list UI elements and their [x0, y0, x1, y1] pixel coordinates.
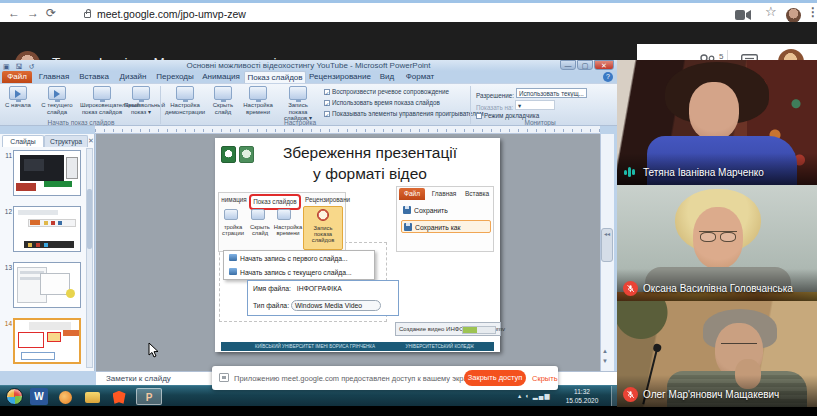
checkbox-presenter-mode[interactable]: Режим докладчика: [476, 112, 539, 119]
taskbar-media-player-icon[interactable]: [56, 388, 74, 405]
tab-format[interactable]: Формат: [400, 71, 440, 83]
participant-tile-3[interactable]: Олег Мар'янович Мащакевич: [617, 301, 817, 416]
tab-home[interactable]: Главная: [34, 71, 74, 83]
resolution-dropdown[interactable]: Использовать текущ...: [516, 88, 587, 98]
custom-slideshow-button[interactable]: Произвольный показ ▾: [124, 86, 158, 115]
name-overlay: Тетяна Іванівна Марченко: [617, 153, 817, 185]
panel-scrollbar[interactable]: [86, 148, 93, 368]
tab-design[interactable]: Дизайн: [114, 71, 152, 83]
record-slideshow-button[interactable]: Запись показа слайдов ▾: [278, 86, 318, 122]
checkbox-use-timings[interactable]: ✓Использовать время показа слайдов: [324, 99, 440, 106]
slide-thumbnail-13[interactable]: [13, 262, 81, 308]
broadcast-slideshow-button[interactable]: Широковещательный показ слайдов: [80, 86, 124, 115]
from-beginning-button[interactable]: С начала: [2, 86, 34, 109]
screen-share-banner: Приложению meet.google.com предоставлен …: [212, 366, 558, 390]
university-logo: [221, 146, 236, 163]
play-from-start-icon: [9, 86, 27, 100]
thumb-number: 11: [2, 152, 12, 159]
taskbar-powerpoint-icon-active[interactable]: P: [136, 388, 162, 405]
checkbox-play-narration[interactable]: ✓Воспроизвести речевое сопровождение: [324, 88, 449, 95]
forward-icon[interactable]: →: [27, 7, 39, 19]
mini-record-highlight: Запись показа слайдов: [303, 206, 343, 250]
menu-item-record-current: Начать запись с текущего слайда...: [228, 266, 374, 280]
person-face: [689, 82, 739, 140]
tab-review[interactable]: Рецензирование: [306, 71, 374, 83]
tab-file[interactable]: Файл: [2, 71, 32, 83]
mini-record-icon: [317, 209, 329, 221]
checkbox-show-media-controls[interactable]: ✓Показывать элементы управления проигрыв…: [324, 110, 484, 117]
filetype-value: Windows Media Video: [291, 300, 381, 311]
ppt-titlebar: ▣ 🖫 ↺ Основні можливості відеохостингу Y…: [0, 60, 617, 71]
url-field[interactable]: meet.google.com/jpo-umvp-zew: [97, 8, 246, 20]
browser-menu-icon[interactable]: ⋮: [807, 6, 817, 18]
panel-close-icon[interactable]: ✕: [88, 137, 94, 145]
rehearse-timings-button[interactable]: Настройка времени: [240, 86, 276, 115]
mini-hide-icon: [251, 209, 265, 220]
quick-access-toolbar[interactable]: ▣ 🖫 ↺: [3, 61, 36, 71]
mini-label-hide: Скрыть слайд: [247, 224, 273, 236]
footer-college: УНІВЕРСИТЕТСЬКИЙ КОЛЕДЖ: [406, 342, 474, 351]
ribbon-separator: [160, 86, 161, 124]
reload-icon[interactable]: ⟳: [46, 7, 56, 19]
slide-thumbnail-11[interactable]: [13, 150, 81, 196]
mic-muted-icon: [623, 387, 638, 402]
next-slide-icon[interactable]: ▼: [602, 358, 608, 364]
mini-tab-animation: нимация: [220, 194, 248, 206]
hide-slide-button[interactable]: Скрыть слайд: [208, 86, 238, 115]
browser-profile-avatar[interactable]: [786, 8, 801, 23]
glasses: [721, 343, 757, 344]
setup-slideshow-button[interactable]: Настройка демонстрации: [164, 86, 206, 115]
slide-thumbnail-14-selected[interactable]: [13, 318, 81, 364]
close-button[interactable]: ✕: [594, 60, 614, 70]
taskbar-word-icon[interactable]: W: [30, 388, 48, 405]
tab-slideshow-active[interactable]: Показ слайдов: [244, 71, 306, 83]
slide-image-save-dialog: Имя файла: ІНФОГРАФІКА Тип файла: Window…: [247, 280, 399, 316]
taskbar-explorer-icon[interactable]: [82, 388, 102, 405]
thumb-number: 13: [2, 264, 12, 271]
camera-icon[interactable]: [735, 10, 751, 20]
panel-tab-slides[interactable]: Слайды: [2, 135, 44, 147]
from-current-slide-button[interactable]: С текущего слайда: [36, 86, 78, 115]
show-on-dropdown[interactable]: ▾: [515, 100, 555, 110]
slide-thumbnail-12[interactable]: [13, 206, 81, 252]
checkbox-icon: ✓: [324, 100, 330, 106]
slide-footer-bar: КИЇВСЬКИЙ УНІВЕРСИТЕТ ІМЕНІ БОРИСА ГРІНЧ…: [221, 342, 494, 351]
mini-insert-tab: Вставка: [461, 188, 493, 200]
mini-tab-review: Рецензировани: [305, 194, 345, 206]
thumb-number-selected: 14: [2, 320, 12, 327]
mic-muted-icon: [623, 281, 638, 296]
google-meet-window: ← → ⟳ meet.google.com/jpo-umvp-zew ☆ ⋮ Т…: [0, 0, 817, 416]
previous-slide-icon[interactable]: ▲: [602, 348, 608, 354]
menu-item-record-first: Начать запись с первого слайда...: [228, 252, 374, 266]
resolution-row: Разрешение: Использовать текущ...: [476, 88, 587, 99]
help-icon[interactable]: ?: [603, 72, 613, 82]
panel-tab-outline[interactable]: Структура: [44, 135, 88, 147]
tab-animation[interactable]: Анимация: [198, 71, 244, 83]
bookmark-star-icon[interactable]: ☆: [765, 6, 777, 18]
progress-fill: [463, 327, 477, 333]
slides-panel: Слайды Структура ✕ 11 12: [0, 134, 95, 371]
taskbar-brave-icon[interactable]: [110, 388, 128, 405]
timer-icon: [249, 86, 267, 100]
hide-banner-link[interactable]: Скрыть: [532, 374, 558, 383]
participant-tile-1[interactable]: Тетяна Іванівна Марченко: [617, 60, 817, 185]
taskbar-clock[interactable]: 11:32 15.05.2020: [556, 387, 608, 405]
collapse-panel-handle[interactable]: ◂◂: [601, 228, 613, 262]
start-button[interactable]: [6, 388, 23, 405]
slide-image-ribbon-fragment: нимация Показ слайдов Рецензировани Запи…: [218, 192, 346, 252]
participant-tile-2[interactable]: Оксана Василівна Головчанська: [617, 185, 817, 301]
back-icon[interactable]: ←: [8, 7, 20, 19]
meet-header: Тетяна Іванівна Марченко на екрані 5 Ви: [0, 22, 817, 60]
maximize-button[interactable]: ▢: [577, 60, 593, 70]
mini-setup-icon: [224, 209, 238, 220]
stop-sharing-button[interactable]: Закрыть доступ: [464, 370, 526, 386]
participant-name: Оксана Василівна Головчанська: [643, 283, 793, 294]
minimize-button[interactable]: —: [560, 60, 576, 70]
mini-timer-icon: [277, 209, 291, 220]
tab-insert[interactable]: Вставка: [74, 71, 114, 83]
tab-view[interactable]: Вид: [374, 71, 400, 83]
show-on-row: Показать на: ▾: [476, 100, 555, 111]
progress-track: [462, 326, 496, 334]
system-tray-icons[interactable]: ▴ ◖ ▂▄▆: [518, 392, 550, 400]
tab-transitions[interactable]: Переходы: [152, 71, 198, 83]
